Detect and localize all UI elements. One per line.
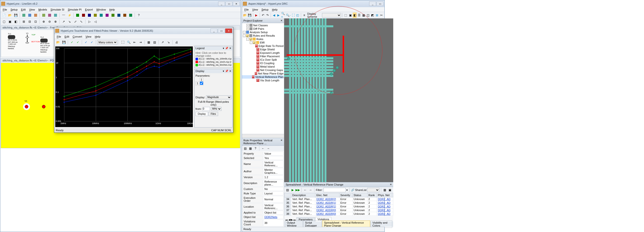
tool-icon[interactable]: ⊞ [375, 13, 379, 18]
menu-help[interactable]: Help [93, 35, 102, 39]
menu-window[interactable]: Window [95, 8, 107, 12]
menu-view[interactable]: View [84, 35, 93, 39]
minimize-button[interactable]: _ [210, 29, 217, 33]
col-header[interactable]: Status [352, 193, 368, 197]
zoom-fit-icon[interactable]: ⛶ [120, 40, 126, 45]
menu-help[interactable]: Help [108, 8, 116, 12]
tree-item-rules[interactable]: -✓Rules [242, 37, 284, 41]
prop-value[interactable]: Object list [263, 211, 284, 214]
menu-convert[interactable]: Convert [71, 35, 84, 39]
net-link[interactable]: DDR2_AD [378, 198, 390, 200]
net-link[interactable]: DDR2_AD [378, 205, 390, 208]
pcb-layout-canvas[interactable] [284, 19, 393, 182]
undo-icon[interactable]: ↶ [261, 13, 265, 18]
pdn-via-1[interactable] [23, 103, 30, 110]
violation-row[interactable]: 38Vert. Ref. Plan...DDR2_ADDR[0]ErrorUnk… [284, 212, 393, 216]
net-link[interactable]: DDR2_AD [378, 209, 390, 211]
nav-fwd-icon[interactable]: → [266, 146, 270, 151]
nav-back-icon[interactable]: ← [261, 146, 265, 151]
prop-value[interactable]: Normal [263, 196, 284, 203]
net-link[interactable]: DDR2_AD [378, 201, 390, 204]
tree-item-exposed-length[interactable]: drcExposed Length [242, 51, 284, 55]
tool-icon[interactable] [47, 13, 52, 18]
tree-expand-icon[interactable]: - [243, 31, 246, 34]
menu-setup[interactable]: Setup [260, 8, 270, 12]
tree-item-metal-island[interactable]: drcMetal Island [242, 65, 284, 68]
prop-value[interactable]: DDR2Nets [263, 215, 284, 219]
tree-expand-icon[interactable]: + [246, 28, 249, 30]
tool-icon[interactable]: ⊟ [27, 19, 32, 24]
scope-icon[interactable] [98, 13, 104, 18]
sim-icon[interactable]: 〰 [61, 13, 66, 18]
prop-value[interactable]: Reference plane... [263, 180, 284, 186]
tl1-symbol[interactable] [8, 35, 15, 39]
col-header[interactable]: Severity [339, 193, 352, 197]
tree-expand-icon[interactable]: + [246, 24, 249, 27]
menu-file[interactable]: File [243, 8, 250, 12]
menu-setup[interactable]: Setup [9, 8, 19, 12]
zoom-out-icon[interactable]: 🔍- [286, 13, 291, 18]
tree-checkbox[interactable]: ✓ [250, 38, 252, 41]
tool-icon[interactable]: ▦ [383, 188, 387, 192]
nav-next-icon[interactable]: ⇥ [138, 40, 143, 45]
zoom-in-icon[interactable]: 🔍 [126, 40, 132, 45]
tool-icon[interactable]: ⊕ [41, 19, 46, 24]
menu-export[interactable]: Export [84, 8, 94, 12]
save-icon[interactable]: 💾 [61, 40, 66, 45]
redo-icon[interactable]: ↷ [266, 13, 270, 18]
col-header[interactable]: Rank [368, 193, 377, 197]
objectlist-link[interactable]: DDR2Nets [264, 215, 278, 218]
prop-value[interactable]: Yes [263, 156, 284, 160]
legend-item[interactable]: Z(1,1) - stitching_via_1inch.z1p (magnit… [196, 61, 231, 64]
save-icon[interactable]: 💾 [13, 13, 18, 18]
panel-close-icon[interactable]: ✕ [280, 19, 282, 22]
menu-edit[interactable]: Edit [63, 35, 71, 39]
prop-value[interactable]: Mentor Graphics... [263, 168, 284, 175]
net-link[interactable]: DDR2_ADDR[1] [316, 205, 336, 208]
legend-item[interactable]: Z(1,1) - stitching_via_6inches.z1p (magn… [196, 63, 231, 67]
zoom-in-icon[interactable]: 🔍+ [281, 13, 285, 18]
scope-icon[interactable] [116, 13, 122, 18]
open-icon[interactable]: 📂 [55, 40, 61, 45]
tool-icon[interactable]: ↘ [166, 40, 171, 45]
col-header[interactable] [284, 193, 291, 197]
tool-icon[interactable]: ? [253, 146, 258, 151]
menu-edit[interactable]: Edit [20, 8, 27, 12]
tree-checkbox[interactable]: ✓ [246, 34, 249, 37]
scope-icon[interactable] [75, 13, 80, 18]
tool-icon[interactable]: ⊗ [53, 19, 58, 24]
tool-icon[interactable]: ⊡ [33, 19, 38, 24]
via-symbol[interactable]: V1 TOP BOTTOM [26, 33, 29, 44]
menu-help[interactable]: Help [270, 8, 279, 12]
tool-icon[interactable]: ↘ [67, 19, 72, 24]
prop-value[interactable]: Vertical Referenc... [263, 160, 284, 167]
tool-icon[interactable]: ▷ [87, 19, 92, 24]
net-link[interactable]: DDR2_AD [378, 212, 390, 215]
scope-icon[interactable] [128, 13, 133, 18]
nav-back-icon[interactable]: ← [303, 188, 308, 192]
legend-item[interactable]: Z(1,1) - stitching_via_100mils.z1p (magn… [196, 57, 231, 61]
sim-icon[interactable]: ⚡ [67, 13, 72, 18]
tree-item-analysis-setup[interactable]: -Analysis Setup [242, 31, 284, 34]
tool-icon[interactable]: ▣ [388, 188, 392, 192]
tool-icon[interactable]: ✂ [380, 13, 384, 18]
project-explorer-tree[interactable]: +Net Classes+Diff Pairs-Analysis Setup-✓… [242, 23, 284, 134]
tree-item-ics-over-split[interactable]: drcICs Over Split [242, 58, 284, 61]
panel-pin-icon[interactable]: ▾ 📌 ✕ [223, 47, 231, 50]
col-header[interactable]: Elec. Net [315, 193, 340, 197]
panel-close-icon[interactable]: ✕ [390, 183, 392, 186]
tool-icon[interactable]: ▦ [248, 146, 252, 151]
close-button[interactable]: ✕ [233, 2, 240, 6]
scope-icon[interactable] [110, 13, 116, 18]
scope-icon[interactable] [81, 13, 86, 18]
net-link[interactable]: DDR2_ADDR[0] [316, 209, 336, 211]
nav-prev-icon[interactable]: ⇤ [132, 40, 137, 45]
menu-file[interactable]: File [1, 8, 8, 12]
impedance-chart[interactable]: 0.0010.010.11101001MHz10MHz100MHz1GHz10G… [55, 47, 193, 127]
violation-row[interactable]: 36Vert. Ref. Plan...DDR2_ADDR[1]ErrorUnk… [284, 205, 393, 208]
tool-icon[interactable]: ⊞ [21, 19, 26, 24]
tree-item-net-near-plane-edge[interactable]: drcNet Near Plane Edge [242, 72, 284, 75]
nav-fwd-icon[interactable]: → [308, 188, 313, 192]
scope-icon[interactable] [122, 13, 128, 18]
color-scheme-select[interactable]: Many colors [97, 40, 118, 45]
